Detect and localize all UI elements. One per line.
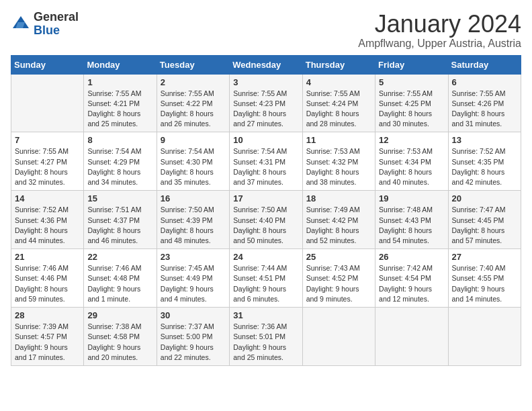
calendar-cell — [448, 308, 521, 366]
calendar-cell: 1Sunrise: 7:55 AMSunset: 4:21 PMDaylight… — [84, 74, 157, 132]
weekday-header: Friday — [375, 55, 448, 74]
calendar-cell: 30Sunrise: 7:37 AMSunset: 5:00 PMDayligh… — [157, 308, 229, 366]
day-info: Sunrise: 7:36 AMSunset: 5:01 PMDaylight:… — [233, 322, 298, 363]
day-number: 28 — [15, 310, 80, 320]
day-number: 29 — [87, 310, 152, 320]
month-title: January 2024 — [358, 11, 521, 38]
calendar-cell: 10Sunrise: 7:54 AMSunset: 4:31 PMDayligh… — [230, 132, 302, 191]
calendar-cell: 6Sunrise: 7:55 AMSunset: 4:26 PMDaylight… — [448, 74, 521, 132]
calendar-cell: 4Sunrise: 7:55 AMSunset: 4:24 PMDaylight… — [302, 74, 375, 132]
day-info: Sunrise: 7:40 AMSunset: 4:55 PMDaylight:… — [452, 263, 517, 304]
calendar-cell: 25Sunrise: 7:43 AMSunset: 4:52 PMDayligh… — [302, 249, 375, 308]
day-info: Sunrise: 7:54 AMSunset: 4:31 PMDaylight:… — [233, 146, 298, 187]
calendar-cell: 31Sunrise: 7:36 AMSunset: 5:01 PMDayligh… — [230, 308, 302, 366]
day-number: 21 — [15, 252, 80, 262]
calendar-week-row: 7Sunrise: 7:55 AMSunset: 4:27 PMDaylight… — [11, 132, 521, 191]
day-number: 12 — [379, 135, 444, 145]
calendar-cell: 5Sunrise: 7:55 AMSunset: 4:25 PMDaylight… — [375, 74, 448, 132]
day-number: 31 — [233, 310, 298, 320]
day-number: 1 — [87, 77, 152, 87]
day-info: Sunrise: 7:49 AMSunset: 4:42 PMDaylight:… — [306, 205, 371, 246]
day-info: Sunrise: 7:38 AMSunset: 4:58 PMDaylight:… — [87, 322, 152, 363]
calendar-cell: 18Sunrise: 7:49 AMSunset: 4:42 PMDayligh… — [302, 191, 375, 249]
day-number: 16 — [161, 193, 226, 203]
calendar-cell: 9Sunrise: 7:54 AMSunset: 4:30 PMDaylight… — [157, 132, 229, 191]
calendar-cell: 8Sunrise: 7:54 AMSunset: 4:29 PMDaylight… — [84, 132, 157, 191]
day-number: 3 — [233, 77, 298, 87]
calendar-cell: 23Sunrise: 7:45 AMSunset: 4:49 PMDayligh… — [157, 249, 229, 308]
day-info: Sunrise: 7:37 AMSunset: 5:00 PMDaylight:… — [161, 322, 226, 363]
day-info: Sunrise: 7:55 AMSunset: 4:23 PMDaylight:… — [233, 89, 298, 130]
day-info: Sunrise: 7:47 AMSunset: 4:45 PMDaylight:… — [452, 205, 517, 246]
weekday-header: Monday — [84, 55, 157, 74]
day-number: 23 — [161, 252, 226, 262]
day-info: Sunrise: 7:54 AMSunset: 4:29 PMDaylight:… — [87, 146, 152, 187]
day-number: 5 — [379, 77, 444, 87]
day-info: Sunrise: 7:55 AMSunset: 4:21 PMDaylight:… — [87, 89, 152, 130]
logo-text: General Blue — [34, 11, 79, 38]
day-info: Sunrise: 7:51 AMSunset: 4:37 PMDaylight:… — [87, 205, 152, 246]
calendar-cell: 3Sunrise: 7:55 AMSunset: 4:23 PMDaylight… — [230, 74, 302, 132]
day-info: Sunrise: 7:52 AMSunset: 4:35 PMDaylight:… — [452, 146, 517, 187]
weekday-header-row: SundayMondayTuesdayWednesdayThursdayFrid… — [11, 55, 521, 74]
day-info: Sunrise: 7:46 AMSunset: 4:48 PMDaylight:… — [87, 263, 152, 304]
logo-icon — [11, 14, 31, 34]
day-number: 2 — [161, 77, 226, 87]
calendar-week-row: 28Sunrise: 7:39 AMSunset: 4:57 PMDayligh… — [11, 308, 521, 366]
day-number: 4 — [306, 77, 371, 87]
day-info: Sunrise: 7:54 AMSunset: 4:30 PMDaylight:… — [161, 146, 226, 187]
day-number: 22 — [87, 252, 152, 262]
calendar-cell: 13Sunrise: 7:52 AMSunset: 4:35 PMDayligh… — [448, 132, 521, 191]
calendar-cell: 16Sunrise: 7:50 AMSunset: 4:39 PMDayligh… — [157, 191, 229, 249]
location-title: Ampflwang, Upper Austria, Austria — [358, 38, 521, 50]
day-info: Sunrise: 7:39 AMSunset: 4:57 PMDaylight:… — [15, 322, 80, 363]
calendar-week-row: 1Sunrise: 7:55 AMSunset: 4:21 PMDaylight… — [11, 74, 521, 132]
logo-general: General — [34, 10, 79, 24]
calendar-cell: 27Sunrise: 7:40 AMSunset: 4:55 PMDayligh… — [448, 249, 521, 308]
calendar-cell — [302, 308, 375, 366]
calendar-cell: 11Sunrise: 7:53 AMSunset: 4:32 PMDayligh… — [302, 132, 375, 191]
day-info: Sunrise: 7:48 AMSunset: 4:43 PMDaylight:… — [379, 205, 444, 246]
day-number: 18 — [306, 193, 371, 203]
day-info: Sunrise: 7:55 AMSunset: 4:27 PMDaylight:… — [15, 146, 80, 187]
day-info: Sunrise: 7:50 AMSunset: 4:40 PMDaylight:… — [233, 205, 298, 246]
day-info: Sunrise: 7:55 AMSunset: 4:24 PMDaylight:… — [306, 89, 371, 130]
calendar-cell — [375, 308, 448, 366]
day-info: Sunrise: 7:52 AMSunset: 4:36 PMDaylight:… — [15, 205, 80, 246]
day-number: 14 — [15, 193, 80, 203]
calendar-cell: 29Sunrise: 7:38 AMSunset: 4:58 PMDayligh… — [84, 308, 157, 366]
calendar-week-row: 14Sunrise: 7:52 AMSunset: 4:36 PMDayligh… — [11, 191, 521, 249]
calendar-week-row: 21Sunrise: 7:46 AMSunset: 4:46 PMDayligh… — [11, 249, 521, 308]
day-number: 10 — [233, 135, 298, 145]
day-info: Sunrise: 7:50 AMSunset: 4:39 PMDaylight:… — [161, 205, 226, 246]
calendar-cell: 15Sunrise: 7:51 AMSunset: 4:37 PMDayligh… — [84, 191, 157, 249]
day-info: Sunrise: 7:53 AMSunset: 4:34 PMDaylight:… — [379, 146, 444, 187]
day-info: Sunrise: 7:44 AMSunset: 4:51 PMDaylight:… — [233, 263, 298, 304]
day-number: 30 — [161, 310, 226, 320]
day-info: Sunrise: 7:42 AMSunset: 4:54 PMDaylight:… — [379, 263, 444, 304]
day-number: 13 — [452, 135, 517, 145]
day-info: Sunrise: 7:43 AMSunset: 4:52 PMDaylight:… — [306, 263, 371, 304]
day-info: Sunrise: 7:46 AMSunset: 4:46 PMDaylight:… — [15, 263, 80, 304]
day-number: 24 — [233, 252, 298, 262]
calendar-table: SundayMondayTuesdayWednesdayThursdayFrid… — [11, 55, 521, 366]
day-number: 20 — [452, 193, 517, 203]
calendar-cell: 20Sunrise: 7:47 AMSunset: 4:45 PMDayligh… — [448, 191, 521, 249]
calendar-cell: 7Sunrise: 7:55 AMSunset: 4:27 PMDaylight… — [11, 132, 84, 191]
weekday-header: Tuesday — [157, 55, 229, 74]
calendar-cell: 14Sunrise: 7:52 AMSunset: 4:36 PMDayligh… — [11, 191, 84, 249]
day-info: Sunrise: 7:45 AMSunset: 4:49 PMDaylight:… — [161, 263, 226, 304]
day-number: 9 — [161, 135, 226, 145]
calendar-cell: 2Sunrise: 7:55 AMSunset: 4:22 PMDaylight… — [157, 74, 229, 132]
day-number: 25 — [306, 252, 371, 262]
day-info: Sunrise: 7:55 AMSunset: 4:22 PMDaylight:… — [161, 89, 226, 130]
calendar-cell: 21Sunrise: 7:46 AMSunset: 4:46 PMDayligh… — [11, 249, 84, 308]
day-info: Sunrise: 7:55 AMSunset: 4:26 PMDaylight:… — [452, 89, 517, 130]
day-info: Sunrise: 7:55 AMSunset: 4:25 PMDaylight:… — [379, 89, 444, 130]
day-number: 6 — [452, 77, 517, 87]
day-number: 8 — [87, 135, 152, 145]
weekday-header: Wednesday — [230, 55, 302, 74]
day-number: 19 — [379, 193, 444, 203]
day-number: 27 — [452, 252, 517, 262]
day-number: 11 — [306, 135, 371, 145]
